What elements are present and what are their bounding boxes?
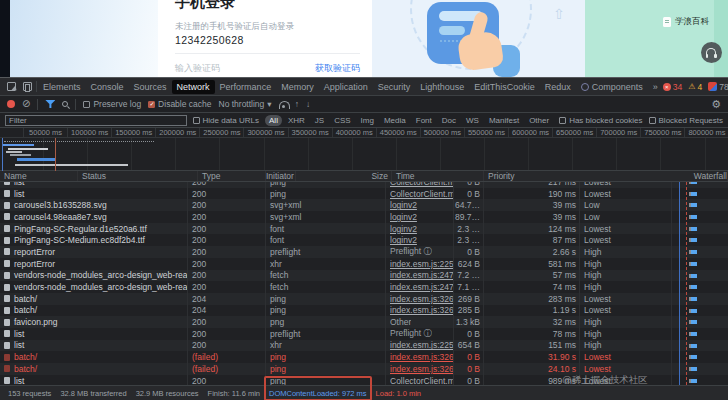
network-request-row[interactable]: carousel3.b1635288.svg 200 svg+xml login… bbox=[0, 199, 728, 211]
devtools-tab[interactable]: Performance bbox=[215, 80, 277, 94]
search-icon[interactable] bbox=[62, 101, 68, 107]
initiator-link[interactable]: loginv2 bbox=[390, 235, 417, 245]
more-tabs-chevron[interactable]: » bbox=[649, 82, 662, 92]
initiator-link[interactable]: index.esm.js:3263 bbox=[390, 294, 453, 304]
network-request-row[interactable]: batch/ (failed) ping index.esm.js:3263 0… bbox=[0, 363, 728, 375]
column-header[interactable]: Status bbox=[78, 171, 198, 181]
initiator-link[interactable]: index.esm.js:3263 bbox=[390, 352, 453, 362]
record-network-log-button[interactable] bbox=[7, 100, 15, 108]
network-request-row[interactable]: PingFang-SC-Medium.ec8df2b4.ttf 200 font… bbox=[0, 234, 728, 246]
column-header[interactable]: Time bbox=[392, 171, 484, 181]
column-header[interactable]: Type bbox=[198, 171, 266, 181]
export-har-icon[interactable]: ↓ bbox=[306, 99, 310, 109]
devtools-tab[interactable]: Lighthouse bbox=[415, 80, 469, 94]
devtools-tab[interactable]: Components bbox=[576, 80, 648, 94]
initiator-link[interactable]: Preflight ⓘ bbox=[390, 246, 432, 258]
initiator-link[interactable]: CollectorClient.min.js:1 bbox=[390, 182, 453, 187]
initiator-link[interactable]: index.esm.js:2479 bbox=[390, 270, 453, 280]
devtools-tab[interactable]: Security bbox=[373, 80, 416, 94]
devtools-tab[interactable]: Sources bbox=[129, 80, 172, 94]
preserve-log-checkbox[interactable]: Preserve log bbox=[83, 99, 141, 109]
initiator-link[interactable]: loginv2 bbox=[390, 224, 417, 234]
request-type-pill[interactable]: JS bbox=[311, 115, 328, 126]
devtools-tab[interactable]: Elements bbox=[38, 80, 86, 94]
filter-input[interactable] bbox=[5, 115, 187, 126]
column-header[interactable]: Priority bbox=[484, 171, 690, 181]
devtools-tab[interactable]: Network bbox=[172, 80, 215, 94]
request-type-pill[interactable]: WS bbox=[462, 115, 483, 126]
extension-badge[interactable]: 78 bbox=[708, 82, 728, 92]
column-header[interactable]: Waterfall bbox=[690, 171, 728, 181]
network-request-row[interactable]: list 200 ping CollectorClient.min.js:1 0… bbox=[0, 188, 728, 200]
request-status-cell: 200 bbox=[188, 270, 266, 282]
network-request-row[interactable]: favicon.png 200 png Other 1.3 kB 32 ms H… bbox=[0, 316, 728, 328]
initiator-link[interactable]: loginv2 bbox=[390, 212, 417, 222]
network-request-row[interactable]: vendors-node_modules_arco-design_web-rea… bbox=[0, 281, 728, 293]
request-type-pill[interactable]: Doc bbox=[438, 115, 460, 126]
request-type-pill[interactable]: XHR bbox=[284, 115, 309, 126]
overview-bar bbox=[8, 148, 48, 150]
network-request-row[interactable]: batch/ 204 ping index.esm.js:3263 285 B … bbox=[0, 305, 728, 317]
request-type-cell: ping bbox=[266, 293, 386, 305]
clear-network-log-icon[interactable]: ⊘ bbox=[22, 99, 30, 109]
column-header[interactable]: Initiator bbox=[266, 171, 296, 181]
inspect-element-icon[interactable] bbox=[7, 82, 16, 91]
network-conditions-icon[interactable] bbox=[279, 101, 288, 108]
error-badge[interactable]: × 34 bbox=[663, 82, 682, 92]
devtools-tab[interactable]: Redux bbox=[540, 80, 576, 94]
initiator-link[interactable]: index.esm.js:2259 bbox=[390, 259, 453, 269]
initiator-link[interactable]: index.esm.js:3263 bbox=[390, 305, 453, 315]
column-header[interactable]: Size bbox=[296, 171, 392, 181]
import-har-icon[interactable]: ↑ bbox=[295, 99, 299, 109]
phone-number-field[interactable]: 12342250628 bbox=[175, 34, 244, 46]
device-toolbar-icon[interactable] bbox=[23, 82, 32, 91]
initiator-link[interactable]: CollectorClient.min.js:1 bbox=[390, 376, 453, 385]
network-overview-graph[interactable] bbox=[0, 138, 728, 171]
network-request-row[interactable]: reportError 200 preflight Preflight ⓘ 0 … bbox=[0, 246, 728, 258]
request-type-pill[interactable]: Manifest bbox=[485, 115, 523, 126]
network-request-row[interactable]: batch/ 204 ping index.esm.js:3263 269 B … bbox=[0, 293, 728, 305]
blocked-requests-checkbox[interactable]: Blocked Requests bbox=[649, 116, 723, 125]
network-settings-gear-icon[interactable]: ⚙ bbox=[711, 99, 721, 110]
get-code-link[interactable]: 获取验证码 bbox=[315, 62, 360, 75]
request-size-cell: 285 B bbox=[454, 305, 484, 317]
network-request-row[interactable]: list 200 preflight Preflight ⓘ 0 B 78 ms… bbox=[0, 328, 728, 340]
request-type-pill[interactable]: Img bbox=[357, 115, 378, 126]
request-type-pill[interactable]: CSS bbox=[330, 115, 354, 126]
devtools-tab[interactable]: Console bbox=[86, 80, 129, 94]
file-icon bbox=[4, 354, 10, 361]
initiator-link[interactable]: loginv2 bbox=[390, 200, 417, 210]
devtools-tab[interactable]: Application bbox=[319, 80, 373, 94]
initiator-link[interactable]: Other bbox=[390, 317, 411, 327]
request-type-pill[interactable]: Other bbox=[525, 115, 553, 126]
request-type-pill[interactable]: All bbox=[265, 115, 282, 126]
initiator-link[interactable]: index.esm.js:2479 bbox=[390, 282, 453, 292]
initiator-link[interactable]: CollectorClient.min.js:1 bbox=[390, 189, 453, 199]
request-type-pill[interactable]: Media bbox=[380, 115, 410, 126]
verification-code-input[interactable]: 输入验证码 bbox=[175, 62, 220, 75]
network-request-row[interactable]: PingFang-SC-Regular.d1e520a6.ttf 200 fon… bbox=[0, 223, 728, 235]
request-type-pill[interactable]: Font bbox=[412, 115, 436, 126]
customer-service-button[interactable] bbox=[701, 42, 722, 63]
network-request-row[interactable]: reportError 200 xhr index.esm.js:2259 62… bbox=[0, 258, 728, 270]
column-header[interactable]: Name bbox=[0, 171, 78, 181]
file-icon bbox=[4, 284, 10, 291]
initiator-link[interactable]: index.esm.js:2259 bbox=[390, 340, 453, 350]
network-request-row[interactable]: carousel4.98eaa8e7.svg 200 svg+xml login… bbox=[0, 211, 728, 223]
warning-badge[interactable]: ⚠ 4 bbox=[688, 82, 702, 92]
hide-data-urls-checkbox[interactable]: Hide data URLs bbox=[193, 116, 259, 125]
initiator-link[interactable]: Preflight ⓘ bbox=[390, 328, 432, 340]
devtools-tab[interactable]: Memory bbox=[276, 80, 319, 94]
network-request-row[interactable]: batch/ (failed) ping index.esm.js:3263 0… bbox=[0, 351, 728, 363]
throttling-dropdown[interactable]: No throttling ▾ bbox=[219, 99, 272, 109]
request-name-cell: list bbox=[0, 375, 188, 385]
filter-funnel-icon[interactable] bbox=[45, 100, 55, 108]
network-request-row[interactable]: vendors-node_modules_arco-design_web-rea… bbox=[0, 270, 728, 282]
network-request-row[interactable]: list 200 xhr index.esm.js:2259 654 B 151… bbox=[0, 340, 728, 352]
timeline-tick-label: 350000 ms bbox=[288, 128, 332, 137]
disable-cache-checkbox[interactable]: Disable cache bbox=[148, 99, 211, 109]
initiator-link[interactable]: index.esm.js:3263 bbox=[390, 364, 453, 374]
has-blocked-cookies-checkbox[interactable]: Has blocked cookies bbox=[559, 116, 642, 125]
brand[interactable]: 学浪百科 bbox=[663, 16, 709, 28]
devtools-tab[interactable]: EditThisCookie bbox=[469, 80, 540, 94]
